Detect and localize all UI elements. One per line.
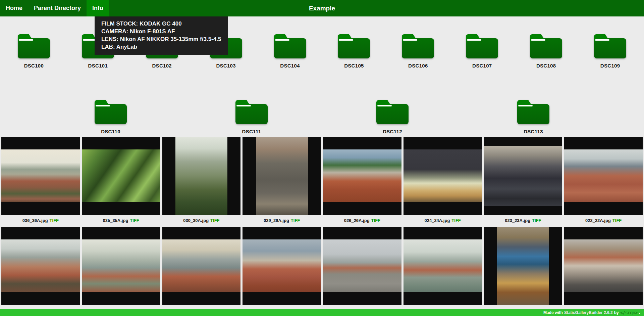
folder-icon-body bbox=[594, 38, 626, 58]
photo-image bbox=[1, 239, 80, 292]
folder-icon-highlight bbox=[403, 39, 417, 41]
folder-item-dsc111[interactable]: DSC111 bbox=[221, 100, 282, 134]
photo-item: 030_30A.jpgTIFF bbox=[162, 137, 241, 227]
photo-format-tag[interactable]: TIFF bbox=[50, 218, 59, 223]
photo-label: 022_22A.jpgTIFF bbox=[564, 215, 643, 227]
photo-image bbox=[484, 146, 562, 206]
photo-thumbnail[interactable] bbox=[243, 137, 321, 215]
footer-dot: . bbox=[639, 310, 640, 315]
photo-image bbox=[497, 227, 549, 305]
photo-item bbox=[162, 227, 241, 316]
photo-thumbnail[interactable] bbox=[404, 227, 482, 305]
folder-icon bbox=[402, 34, 434, 58]
photo-label: 029_29A.jpgTIFF bbox=[243, 215, 321, 227]
folder-icon bbox=[18, 34, 50, 58]
folder-name: DSC113 bbox=[524, 129, 543, 134]
photo-item bbox=[404, 227, 482, 316]
photo-filename[interactable]: 024_24A.jpg bbox=[424, 218, 450, 223]
photo-thumbnail[interactable] bbox=[323, 227, 401, 305]
folder-item-dsc106[interactable]: DSC106 bbox=[388, 34, 448, 69]
photo-item: 022_22A.jpgTIFF bbox=[564, 137, 643, 227]
photo-thumbnail[interactable] bbox=[564, 227, 643, 305]
folder-name: DSC105 bbox=[344, 63, 364, 69]
photo-thumbnail[interactable] bbox=[404, 137, 482, 215]
nav-item-info[interactable]: Info bbox=[87, 0, 109, 16]
photo-filename[interactable]: 022_22A.jpg bbox=[585, 218, 611, 223]
folder-name: DSC106 bbox=[408, 63, 428, 69]
folder-name: DSC104 bbox=[280, 63, 300, 69]
photo-thumbnail[interactable] bbox=[82, 227, 160, 305]
photo-image bbox=[82, 149, 160, 202]
footer-made-with: Made with bbox=[543, 310, 563, 315]
photo-filename[interactable]: 036_36A.jpg bbox=[22, 218, 48, 223]
folder-icon-highlight bbox=[236, 105, 251, 106]
photo-item bbox=[484, 227, 562, 316]
nav-item-home[interactable]: Home bbox=[0, 0, 28, 16]
navbar-items: HomeParent DirectoryInfo bbox=[0, 0, 109, 16]
photo-image bbox=[404, 149, 482, 202]
folder-icon-body bbox=[235, 104, 268, 124]
photo-filename[interactable]: 030_30A.jpg bbox=[183, 218, 209, 223]
folder-name: DSC102 bbox=[152, 63, 172, 69]
folder-icon-highlight bbox=[275, 39, 289, 41]
nav-item-parent-directory[interactable]: Parent Directory bbox=[28, 0, 87, 16]
photo-thumbnail[interactable] bbox=[484, 137, 562, 215]
photo-format-tag[interactable]: TIFF bbox=[130, 218, 139, 223]
photo-thumbnail[interactable] bbox=[564, 137, 643, 215]
photo-format-tag[interactable]: TIFF bbox=[532, 218, 541, 223]
photo-filename[interactable]: 023_23A.jpg bbox=[505, 218, 530, 223]
photo-filename[interactable]: 029_29A.jpg bbox=[264, 218, 289, 223]
folder-item-dsc108[interactable]: DSC108 bbox=[516, 34, 576, 69]
folder-item-dsc107[interactable]: DSC107 bbox=[452, 34, 512, 69]
photo-filename[interactable]: 035_35A.jpg bbox=[103, 218, 128, 223]
photo-format-tag[interactable]: TIFF bbox=[210, 218, 219, 223]
folder-icon bbox=[594, 34, 626, 58]
photo-filename[interactable]: 026_26A.jpg bbox=[344, 218, 370, 223]
photo-label: 026_26A.jpgTIFF bbox=[323, 215, 401, 227]
folder-icon bbox=[95, 100, 127, 124]
photo-label: 023_23A.jpgTIFF bbox=[484, 215, 562, 227]
folder-item-dsc100[interactable]: DSC100 bbox=[4, 34, 64, 69]
folder-icon-body bbox=[338, 38, 370, 58]
photo-thumbnail[interactable] bbox=[1, 227, 80, 305]
folder-item-dsc112[interactable]: DSC112 bbox=[362, 100, 423, 134]
photo-format-tag[interactable]: TIFF bbox=[291, 218, 300, 223]
photo-format-tag[interactable]: TIFF bbox=[371, 218, 380, 223]
folder-icon bbox=[338, 34, 370, 58]
photo-thumbnail[interactable] bbox=[484, 227, 562, 305]
footer-builder-name[interactable]: StaticGalleryBuilder 2.6.2 bbox=[564, 310, 613, 315]
photo-item: 036_36A.jpgTIFF bbox=[1, 137, 80, 227]
folder-icon-highlight bbox=[377, 105, 392, 106]
folder-item-dsc105[interactable]: DSC105 bbox=[324, 34, 384, 69]
folder-icon-body bbox=[95, 104, 127, 124]
folder-item-dsc113[interactable]: DSC113 bbox=[503, 100, 564, 134]
folder-icon-body bbox=[402, 38, 434, 58]
folder-item-dsc110[interactable]: DSC110 bbox=[80, 100, 141, 134]
photo-image bbox=[564, 149, 643, 202]
photo-thumbnail[interactable] bbox=[82, 137, 160, 215]
photo-thumbnail[interactable] bbox=[243, 227, 321, 305]
photo-image bbox=[256, 137, 308, 215]
folder-icon bbox=[376, 100, 409, 124]
photo-image bbox=[564, 239, 643, 292]
photo-item: 026_26A.jpgTIFF bbox=[323, 137, 401, 227]
photo-image bbox=[82, 239, 160, 292]
folder-icon-highlight bbox=[518, 105, 533, 106]
photo-image bbox=[404, 239, 482, 292]
photo-label: 030_30A.jpgTIFF bbox=[162, 215, 241, 227]
folder-icon bbox=[274, 34, 306, 58]
photo-format-tag[interactable]: TIFF bbox=[612, 218, 622, 223]
footer-builder-logo[interactable]: </srgn> bbox=[620, 310, 638, 315]
photo-label: 035_35A.jpgTIFF bbox=[82, 215, 160, 227]
folder-item-dsc104[interactable]: DSC104 bbox=[260, 34, 320, 69]
folder-item-dsc109[interactable]: DSC109 bbox=[580, 34, 640, 69]
photo-thumbnail[interactable] bbox=[162, 137, 241, 215]
photo-image bbox=[243, 239, 321, 292]
photo-thumbnail[interactable] bbox=[1, 137, 80, 215]
photo-item bbox=[323, 227, 401, 316]
photo-thumbnail[interactable] bbox=[162, 227, 241, 305]
folder-icon-highlight bbox=[96, 105, 110, 106]
photo-format-tag[interactable]: TIFF bbox=[451, 218, 461, 223]
photo-thumbnail[interactable] bbox=[323, 137, 401, 215]
photo-item bbox=[564, 227, 643, 316]
